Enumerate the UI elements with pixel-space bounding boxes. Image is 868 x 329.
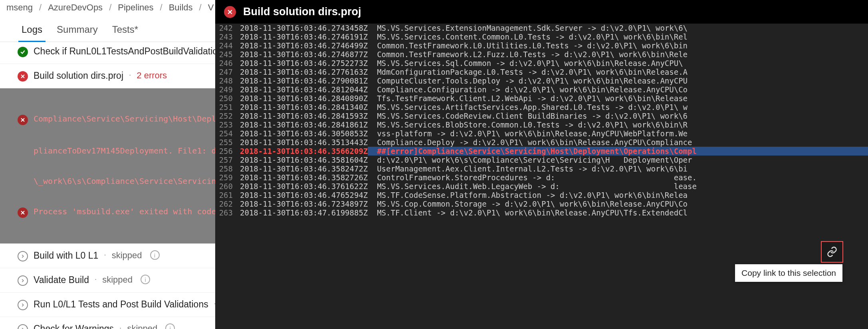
line-number: 245	[215, 50, 240, 59]
checkmark-icon	[18, 47, 28, 57]
chevron-right-icon	[18, 275, 28, 286]
task-run-l0l1-validations[interactable]: Run L0/L1 Tests and Post Build Validatio…	[0, 293, 215, 317]
task-error-details[interactable]: Compliance\Service\Servicing\Host\Deploy…	[0, 88, 215, 244]
log-line[interactable]: 2482018-11-30T16:03:46.2790081Z ComputeC…	[215, 76, 868, 85]
copy-link-popover: Copy link to this selection	[735, 242, 842, 282]
log-line[interactable]: 2432018-11-30T16:03:46.2746191Z MS.VS.Se…	[215, 32, 868, 41]
log-line[interactable]: 2572018-11-30T16:03:46.3581604Z d:\v2.0\…	[215, 156, 868, 164]
log-line[interactable]: 2562018-11-30T16:03:46.3566209Z ##[error…	[215, 147, 868, 156]
log-line[interactable]: 2542018-11-30T16:03:46.3050853Z vss-plat…	[215, 129, 868, 138]
task-title: Build with L0 L1	[34, 250, 98, 261]
log-line[interactable]: 2612018-11-30T16:03:46.4765294Z MS.TF.Co…	[215, 191, 868, 199]
timestamp: 2018-11-30T16:03:46.2743458Z	[240, 24, 368, 32]
task-check-flags[interactable]: Check if RunL0L1TestsAndPostBuildValidat…	[0, 42, 215, 64]
breadcrumb-item[interactable]: mseng	[0, 2, 39, 13]
skipped-label: skipped	[112, 250, 142, 261]
timestamp: 2018-11-30T16:03:46.3582472Z	[240, 164, 368, 173]
log-message: MS.TF.Client -> d:\v2.0\P1\_work\6\bin\R…	[368, 208, 868, 217]
log-line[interactable]: 2512018-11-30T16:03:46.2841340Z MS.VS.Se…	[215, 103, 868, 112]
log-message: UserManagement.Aex.Client.Internal.L2.Te…	[368, 164, 868, 173]
task-validate-build[interactable]: Validate Build · skipped i	[0, 268, 215, 293]
timestamp: 2018-11-30T16:03:46.7234897Z	[240, 199, 368, 208]
timestamp: 2018-11-30T16:03:46.2746499Z	[240, 41, 368, 50]
log-line[interactable]: 2622018-11-30T16:03:46.7234897Z MS.VS.Co…	[215, 199, 868, 208]
log-viewer[interactable]: 2422018-11-30T16:03:46.2743458Z MS.VS.Se…	[215, 24, 868, 329]
line-number: 258	[215, 164, 240, 173]
timestamp: 2018-11-30T16:03:46.3513443Z	[240, 138, 368, 147]
timestamp: 2018-11-30T16:03:46.2841340Z	[240, 103, 368, 112]
tab-summary[interactable]: Summary	[50, 22, 105, 42]
log-line[interactable]: 2422018-11-30T16:03:46.2743458Z MS.VS.Se…	[215, 24, 868, 32]
log-panel: Build solution dirs.proj 2422018-11-30T1…	[215, 0, 868, 329]
log-message: MS.TF.CodeSense.Platform.Abstraction -> …	[368, 191, 868, 199]
task-title: Run L0/L1 Tests and Post Build Validatio…	[34, 299, 208, 310]
line-number: 256	[215, 147, 240, 156]
log-message: MS.VS.Services.Audit.Web.LegacyWeb -> d:…	[368, 182, 868, 191]
breadcrumb-item[interactable]: AzureDevOps	[42, 2, 109, 13]
log-message: MS.VS.Services.Content.Common.L0.Tests -…	[368, 32, 868, 41]
info-icon[interactable]: i	[165, 323, 175, 329]
tab-logs[interactable]: Logs	[14, 22, 50, 42]
line-number: 246	[215, 59, 240, 68]
log-message: Tfs.TestFramework.Client.L2.WebApi -> d:…	[368, 94, 868, 103]
info-icon[interactable]: i	[141, 275, 150, 284]
error-messages: Compliance\Service\Servicing\Host\Deploy…	[18, 94, 215, 238]
log-line[interactable]: 2532018-11-30T16:03:46.2841861Z MS.VS.Se…	[215, 120, 868, 129]
log-message: MS.VS.Services.ArtifactServices.App.Shar…	[368, 103, 868, 112]
log-line[interactable]: 2632018-11-30T16:03:47.6199885Z MS.TF.Cl…	[215, 208, 868, 217]
line-number: 259	[215, 173, 240, 182]
tab-bar: Logs Summary Tests*	[0, 22, 215, 42]
timestamp: 2018-11-30T16:03:46.3566209Z	[240, 147, 368, 156]
task-build-l0l1[interactable]: Build with L0 L1 · skipped i	[0, 244, 215, 268]
task-check-warnings[interactable]: Check for Warnings · skipped i	[0, 317, 215, 329]
timestamp: 2018-11-30T16:03:47.6199885Z	[240, 208, 368, 217]
error-icon	[18, 71, 28, 82]
skipped-label: skipped	[127, 323, 157, 329]
timestamp: 2018-11-30T16:03:46.2841861Z	[240, 120, 368, 129]
timestamp: 2018-11-30T16:03:46.2752273Z	[240, 59, 368, 68]
line-number: 247	[215, 68, 240, 76]
timestamp: 2018-11-30T16:03:46.3050853Z	[240, 129, 368, 138]
error-icon	[224, 6, 236, 18]
line-number: 255	[215, 138, 240, 147]
line-number: 253	[215, 120, 240, 129]
line-number: 262	[215, 199, 240, 208]
timestamp: 2018-11-30T16:03:46.4765294Z	[240, 191, 368, 199]
log-line[interactable]: 2492018-11-30T16:03:46.2812044Z Complian…	[215, 85, 868, 94]
error-icon	[18, 207, 28, 218]
log-line[interactable]: 2452018-11-30T16:03:46.2746877Z Common.T…	[215, 50, 868, 59]
log-line[interactable]: 2582018-11-30T16:03:46.3582472Z UserMana…	[215, 164, 868, 173]
tab-tests[interactable]: Tests*	[105, 22, 145, 42]
task-list: Check if RunL0L1TestsAndPostBuildValidat…	[0, 42, 215, 329]
line-number: 244	[215, 41, 240, 50]
log-line[interactable]: 2472018-11-30T16:03:46.2776163Z MdmConfi…	[215, 68, 868, 76]
line-number: 251	[215, 103, 240, 112]
timestamp: 2018-11-30T16:03:46.3581604Z	[240, 156, 368, 164]
breadcrumb-item[interactable]: Builds	[163, 2, 199, 13]
breadcrumb-item[interactable]: Pipelines	[111, 2, 160, 13]
log-message: Compliance.Deploy -> d:\v2.0\P1\_work\6\…	[368, 138, 868, 147]
chevron-right-icon	[18, 324, 28, 329]
log-line[interactable]: 2602018-11-30T16:03:46.3761622Z MS.VS.Se…	[215, 182, 868, 191]
log-line[interactable]: 2462018-11-30T16:03:46.2752273Z MS.VS.Se…	[215, 59, 868, 68]
log-line[interactable]: 2502018-11-30T16:03:46.2840890Z Tfs.Test…	[215, 94, 868, 103]
timestamp: 2018-11-30T16:03:46.2841593Z	[240, 112, 368, 120]
chevron-right-icon	[18, 300, 28, 310]
log-message: Common.TestFramework.L2.Fuzz.L0.Tests ->…	[368, 50, 868, 59]
line-number: 242	[215, 24, 240, 32]
link-icon	[826, 246, 838, 257]
log-message: MdmConfigurationPackage.L0.Tests -> d:\v…	[368, 68, 868, 76]
error-icon	[18, 115, 28, 125]
log-line[interactable]: 2442018-11-30T16:03:46.2746499Z Common.T…	[215, 41, 868, 50]
log-message: d:\v2.0\P1\_work\6\s\Compliance\Service\…	[368, 156, 868, 164]
timestamp: 2018-11-30T16:03:46.2746877Z	[240, 50, 368, 59]
chevron-right-icon	[18, 251, 28, 261]
info-icon[interactable]: i	[150, 250, 160, 260]
log-line[interactable]: 2592018-11-30T16:03:46.3582726Z ControlF…	[215, 173, 868, 182]
log-line[interactable]: 2552018-11-30T16:03:46.3513443Z Complian…	[215, 138, 868, 147]
task-title: Check if RunL0L1TestsAndPostBuildValidat…	[34, 46, 215, 57]
line-number: 260	[215, 182, 240, 191]
copy-link-button[interactable]	[822, 242, 842, 262]
task-build-solution[interactable]: Build solution dirs.proj · 2 errors	[0, 64, 215, 88]
log-line[interactable]: 2522018-11-30T16:03:46.2841593Z MS.VS.Se…	[215, 112, 868, 120]
